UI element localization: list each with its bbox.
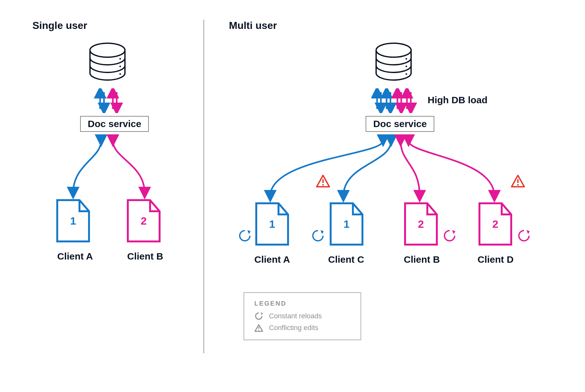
legend-row-conflict: Conflicting edits xyxy=(254,324,350,332)
svg-point-25 xyxy=(258,329,259,330)
warning-icon xyxy=(315,174,331,188)
reload-icon xyxy=(443,229,457,243)
client-b-label-left: Client B xyxy=(127,251,163,262)
legend-reload-label: Constant reloads xyxy=(269,312,322,320)
svg-point-0 xyxy=(90,43,125,57)
client-a-label-left: Client A xyxy=(57,251,93,262)
doc-icon-client-d: 2 xyxy=(476,200,514,248)
db-service-arrows xyxy=(94,88,126,113)
doc-service-box-right: Doc service xyxy=(366,116,434,132)
client-a-label: Client A xyxy=(254,254,290,265)
svg-point-8 xyxy=(376,43,411,57)
client-c-label: Client C xyxy=(328,254,364,265)
doc-icon-1-left: 1 xyxy=(54,197,92,245)
doc-icon-client-a: 1 xyxy=(253,200,291,248)
legend-row-reload: Constant reloads xyxy=(254,312,350,321)
legend-box: LEGEND Constant reloads Conflicting edit… xyxy=(244,292,361,340)
warning-icon xyxy=(510,174,526,188)
reload-icon xyxy=(238,229,252,243)
high-db-load-label: High DB load xyxy=(428,95,487,105)
divider xyxy=(203,20,204,353)
warning-icon xyxy=(254,324,263,332)
doc-service-box-left: Doc service xyxy=(80,116,149,132)
legend-title: LEGEND xyxy=(254,300,350,307)
client-arrows-left xyxy=(54,133,169,203)
client-d-label: Client D xyxy=(478,254,513,265)
svg-point-10 xyxy=(406,66,407,67)
database-icon-right xyxy=(371,41,416,86)
single-user-title: Single user xyxy=(32,20,87,31)
doc-icon-client-b: 2 xyxy=(402,200,440,248)
client-b-label: Client B xyxy=(404,254,440,265)
svg-point-23 xyxy=(517,184,519,186)
multi-user-title: Multi user xyxy=(229,20,277,31)
database-icon xyxy=(85,41,130,86)
doc-icon-2-left: 2 xyxy=(125,197,163,245)
reload-icon xyxy=(311,229,325,243)
doc-icon-client-c: 1 xyxy=(327,200,366,248)
client-arrows-right xyxy=(242,133,560,206)
legend-conflict-label: Conflicting edits xyxy=(269,324,318,332)
svg-point-21 xyxy=(322,184,324,186)
svg-point-2 xyxy=(120,66,121,67)
svg-point-1 xyxy=(120,58,121,60)
svg-point-11 xyxy=(406,73,407,75)
svg-point-3 xyxy=(120,73,121,75)
svg-point-9 xyxy=(406,58,407,60)
reload-icon xyxy=(254,312,263,321)
db-service-arrows-right xyxy=(371,88,422,113)
reload-icon xyxy=(517,229,531,243)
